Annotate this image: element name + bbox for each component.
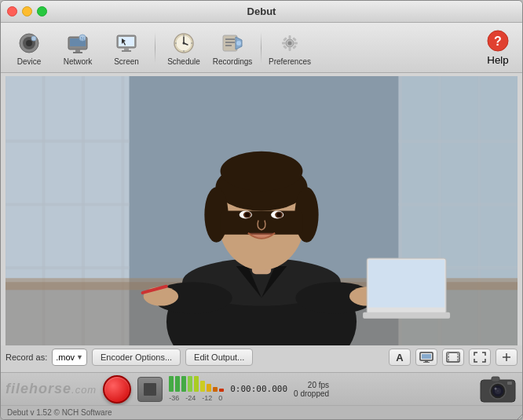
toolbar-btn-device[interactable]: Device bbox=[5, 26, 53, 70]
display-icon bbox=[419, 352, 433, 363]
scale-label-3: -12 bbox=[202, 394, 212, 402]
time-display: 0:00:00.000 bbox=[230, 384, 287, 394]
stop-button[interactable] bbox=[137, 377, 163, 402]
volume-meter: -36 -24 -12 0 bbox=[169, 376, 224, 402]
svg-rect-34 bbox=[282, 42, 286, 45]
svg-rect-49 bbox=[5, 203, 130, 206]
expand-icon bbox=[474, 352, 486, 363]
record-as-label: Record as: bbox=[5, 352, 47, 362]
minimize-button[interactable] bbox=[22, 6, 32, 16]
fps-value: 20 fps bbox=[308, 381, 329, 389]
separator-2 bbox=[261, 32, 262, 64]
main-window: Debut Device bbox=[0, 0, 523, 420]
edit-output-button[interactable]: Edit Output... bbox=[185, 349, 253, 366]
format-value: .mov bbox=[56, 352, 75, 362]
expand-button[interactable] bbox=[469, 349, 491, 366]
controls-area: Record as: .mov ▼ Encoder Options... Edi… bbox=[1, 345, 522, 372]
svg-point-19 bbox=[183, 42, 185, 45]
svg-text:N: N bbox=[81, 36, 84, 41]
svg-rect-13 bbox=[122, 50, 131, 52]
svg-rect-50 bbox=[5, 266, 130, 269]
recordings-label: Recordings bbox=[213, 57, 253, 66]
stop-icon bbox=[144, 383, 156, 396]
meter-bar-6 bbox=[200, 381, 205, 392]
toolbar-btn-network[interactable]: N Network bbox=[54, 26, 101, 70]
format-select[interactable]: .mov ▼ bbox=[52, 349, 87, 366]
svg-line-107 bbox=[518, 415, 522, 419]
svg-point-70 bbox=[221, 152, 303, 191]
meter-scale: -36 -24 -12 0 bbox=[169, 394, 224, 402]
svg-rect-93 bbox=[447, 359, 449, 361]
app-version: Debut v 1.52 © NCH Software bbox=[7, 408, 112, 417]
toolbar-btn-schedule[interactable]: Schedule bbox=[160, 26, 207, 70]
svg-rect-105 bbox=[507, 382, 512, 385]
close-button[interactable] bbox=[7, 6, 17, 16]
dropdown-arrow-icon: ▼ bbox=[76, 353, 83, 361]
screen-label: Screen bbox=[114, 57, 139, 66]
network-icon: N bbox=[65, 31, 90, 56]
svg-rect-92 bbox=[447, 356, 449, 358]
preferences-icon bbox=[277, 31, 302, 56]
dropped-frames: 0 dropped bbox=[294, 389, 329, 398]
meter-bar-7 bbox=[207, 384, 211, 392]
text-overlay-button[interactable]: A bbox=[389, 349, 411, 366]
device-icon bbox=[16, 31, 42, 56]
meter-bar-3 bbox=[181, 376, 186, 392]
encoder-options-button[interactable]: Encoder Options... bbox=[92, 349, 181, 366]
svg-rect-11 bbox=[119, 37, 134, 46]
svg-rect-96 bbox=[457, 359, 459, 361]
toolbar: Device N Network bbox=[1, 23, 522, 73]
svg-rect-88 bbox=[425, 360, 428, 362]
scale-label-1: -36 bbox=[169, 394, 179, 402]
svg-rect-71 bbox=[221, 211, 303, 235]
preferences-label: Preferences bbox=[269, 57, 311, 66]
toolbar-btn-preferences[interactable]: Preferences bbox=[266, 26, 313, 70]
svg-point-29 bbox=[236, 41, 241, 46]
svg-rect-104 bbox=[492, 377, 499, 382]
svg-rect-87 bbox=[422, 354, 431, 359]
svg-text:?: ? bbox=[494, 35, 502, 48]
display-button[interactable] bbox=[415, 349, 437, 366]
add-button[interactable] bbox=[496, 349, 518, 366]
status-bar: filehorse.com -36 -24 bbox=[1, 372, 522, 405]
camera-icon-large bbox=[478, 374, 518, 405]
toolbar-btn-recordings[interactable]: Recordings bbox=[209, 26, 256, 70]
svg-line-108 bbox=[520, 417, 522, 419]
traffic-lights bbox=[7, 6, 47, 16]
meter-bar-8 bbox=[213, 387, 218, 392]
svg-point-3 bbox=[31, 36, 36, 41]
resize-icon bbox=[511, 408, 522, 419]
plus-icon bbox=[501, 352, 512, 363]
crop-button[interactable] bbox=[442, 349, 464, 366]
resize-handle[interactable] bbox=[511, 408, 522, 419]
toolbar-btn-screen[interactable]: Screen bbox=[103, 26, 150, 70]
svg-point-31 bbox=[288, 42, 292, 46]
titlebar: Debut bbox=[1, 1, 522, 23]
record-button[interactable] bbox=[103, 375, 131, 404]
window-title: Debut bbox=[247, 5, 276, 17]
schedule-icon bbox=[171, 31, 196, 56]
svg-rect-94 bbox=[457, 352, 459, 355]
help-icon: ? bbox=[486, 29, 510, 53]
separator-1 bbox=[155, 32, 155, 64]
video-preview bbox=[5, 76, 518, 345]
version-bar: Debut v 1.52 © NCH Software bbox=[1, 405, 522, 419]
svg-rect-56 bbox=[399, 140, 518, 143]
svg-rect-57 bbox=[399, 203, 518, 206]
toolbar-btn-help[interactable]: ? Help bbox=[478, 26, 518, 70]
schedule-label: Schedule bbox=[167, 57, 200, 66]
screen-icon bbox=[114, 31, 139, 56]
video-background bbox=[5, 76, 518, 345]
network-label: Network bbox=[64, 57, 93, 66]
scale-label-2: -24 bbox=[185, 394, 196, 402]
svg-point-77 bbox=[276, 213, 281, 217]
svg-rect-85 bbox=[363, 312, 450, 319]
svg-point-76 bbox=[245, 213, 250, 217]
svg-rect-48 bbox=[5, 140, 130, 143]
maximize-button[interactable] bbox=[37, 6, 47, 16]
svg-rect-25 bbox=[225, 38, 235, 40]
svg-rect-95 bbox=[457, 356, 459, 358]
svg-point-103 bbox=[495, 387, 497, 389]
svg-rect-27 bbox=[225, 45, 232, 46]
video-scene-svg bbox=[5, 76, 518, 345]
